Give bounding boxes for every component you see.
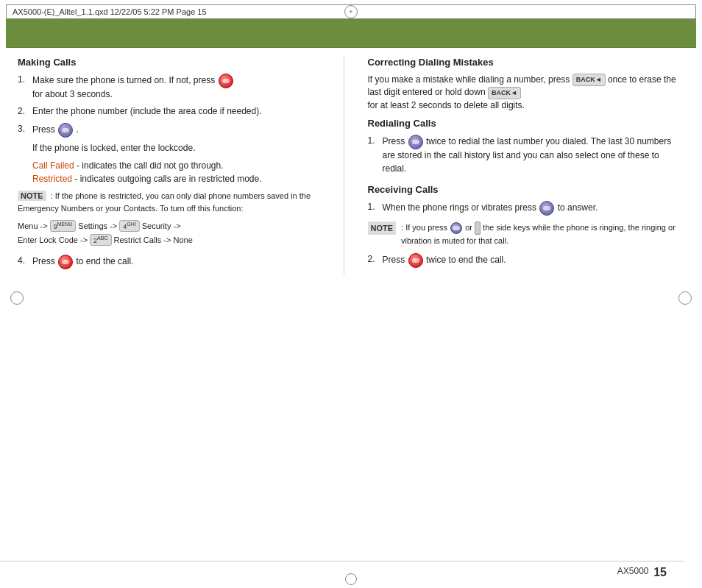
note2-phone-icon — [450, 222, 462, 234]
answer-button-icon — [539, 201, 554, 216]
right-item-3: 2. Press twice to end the call. — [368, 253, 685, 268]
end-button-icon — [58, 255, 73, 269]
restricted-line: Restricted - indicates outgoing calls ar… — [32, 174, 335, 184]
call-failed-label: Call Failed — [32, 160, 74, 171]
green-bar — [6, 19, 696, 47]
left-item-4: 4. Press to end the call. — [18, 255, 335, 269]
right-item3-num: 2. — [368, 253, 380, 268]
side-key-icon — [475, 222, 481, 235]
call-failed-line: Call Failed - indicates the call did not… — [32, 160, 335, 171]
side-circle-right — [678, 291, 692, 305]
menu-line-1: Menu -> 9MENU Settings -> 4GHI Security … — [18, 220, 335, 232]
footer-circle — [345, 573, 357, 585]
item3-text: Press . — [32, 123, 79, 138]
right-item-1: 1. Press twice to redial the last number… — [368, 135, 685, 175]
note2-label: NOTE — [368, 222, 397, 235]
item4-num: 4. — [18, 255, 29, 269]
right-item2-text: When the phone rings or vibrates press t… — [383, 201, 598, 216]
right-item1-num: 1. — [368, 135, 380, 175]
right-column: Correcting Dialing Mistakes If you make … — [362, 57, 685, 274]
power-button-icon — [219, 74, 233, 88]
key-4-btn: 4GHI — [119, 220, 139, 232]
item4-text: Press to end the call. — [32, 255, 133, 269]
back-btn-1: BACK◄ — [572, 74, 606, 86]
key-2-btn: 2ABC — [90, 234, 111, 246]
footer-page: 15 — [653, 566, 667, 579]
side-circle-left — [10, 291, 24, 305]
redial-button-icon — [408, 135, 423, 149]
page-header: AX5000-(E)_Alltel_1.1.qxd 12/22/05 5:22 … — [6, 4, 696, 19]
item2-text: Enter the phone number (include the area… — [32, 105, 262, 118]
content-area: Making Calls 1. Make sure the phone is t… — [6, 48, 696, 274]
note-block-1: NOTE : If the phone is restricted, you c… — [18, 190, 335, 214]
page-footer: AX5000 15 — [0, 561, 684, 579]
left-item-3: 3. Press . — [18, 123, 335, 138]
correcting-title: Correcting Dialing Mistakes — [368, 57, 685, 68]
item2-num: 2. — [18, 105, 29, 118]
item3-num: 3. — [18, 123, 29, 138]
item1-num: 1. — [18, 74, 29, 101]
left-item-1: 1. Make sure the phone is turned on. If … — [18, 74, 335, 101]
right-item3-text: Press twice to end the call. — [383, 253, 506, 268]
restricted-label: Restricted — [32, 174, 72, 184]
lockcode-text: If the phone is locked, enter the lockco… — [32, 142, 335, 155]
lockcode-block: If the phone is locked, enter the lockco… — [32, 142, 335, 184]
making-calls-title: Making Calls — [18, 57, 335, 68]
note1-label: NOTE — [18, 191, 46, 201]
footer-brand: AX5000 — [617, 566, 649, 579]
item1-text: Make sure the phone is turned on. If not… — [32, 74, 234, 101]
header-circle — [344, 5, 358, 18]
right-item-2: 1. When the phone rings or vibrates pres… — [368, 201, 685, 216]
left-item-2: 2. Enter the phone number (include the a… — [18, 105, 335, 118]
redialing-title: Redialing Calls — [368, 118, 685, 129]
receiving-title: Receiving Calls — [368, 184, 685, 195]
note2-text: : If you press or the side keys while th… — [401, 222, 684, 247]
note-block-2: NOTE : If you press or the side keys whi… — [368, 222, 685, 247]
call-failed-desc: - indicates the call did not go through. — [74, 160, 224, 171]
correcting-para: If you make a mistake while dialing a nu… — [368, 74, 685, 112]
right-item1-text: Press twice to redial the last number yo… — [383, 135, 685, 175]
send-button-icon — [58, 123, 73, 138]
menu-line-2: Enter Lock Code -> 2ABC Restrict Calls -… — [18, 234, 335, 246]
end2-button-icon — [408, 253, 423, 268]
left-column: Making Calls 1. Make sure the phone is t… — [18, 57, 344, 274]
back-btn-2: BACK◄ — [488, 87, 521, 99]
note1-text: : If the phone is restricted, you can on… — [18, 191, 311, 213]
key-9-btn: 9MENU — [50, 220, 77, 232]
right-item2-num: 1. — [368, 201, 380, 216]
restricted-desc: - indicates outgoing calls are in restri… — [72, 174, 261, 184]
header-text: AX5000-(E)_Alltel_1.1.qxd 12/22/05 5:22 … — [13, 7, 207, 16]
